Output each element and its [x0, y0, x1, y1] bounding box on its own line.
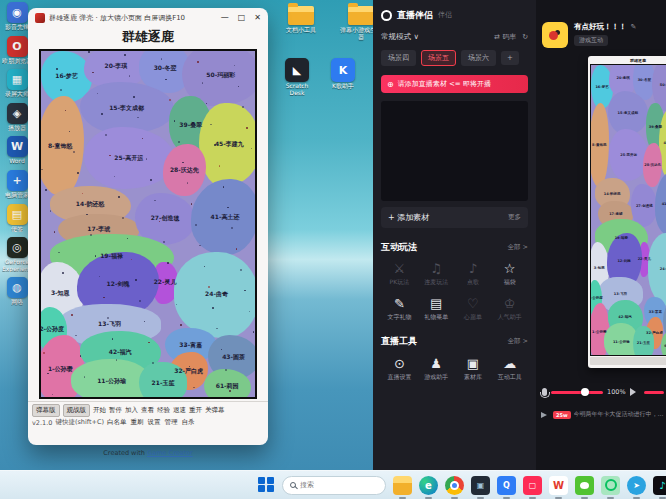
microphone-icon[interactable]: [542, 388, 547, 396]
wechat-icon[interactable]: [575, 476, 594, 495]
map-region[interactable]: 45-李建九: [199, 103, 257, 186]
region-label: 2-公孙度: [590, 296, 603, 300]
unit-dot: [88, 51, 90, 53]
refresh-icon[interactable]: ↻: [522, 33, 528, 41]
toolbar-button[interactable]: 自杀: [181, 418, 194, 427]
play-item[interactable]: ✎文字礼物: [381, 296, 418, 322]
tool-item[interactable]: ⊙直播设置: [381, 356, 418, 382]
plus-circle-icon: ⊕: [387, 80, 394, 89]
tools-section-all-link[interactable]: 全部 >: [507, 337, 528, 346]
toolbar-button[interactable]: 加入: [125, 406, 138, 415]
mini-map-region: 28-沃达先: [643, 143, 661, 187]
toolbar-button[interactable]: 管理: [164, 418, 177, 427]
unit-dot: [135, 279, 137, 281]
app-dark-icon[interactable]: ▣: [471, 476, 490, 495]
desktop-folder[interactable]: 文档小工具: [280, 6, 322, 41]
wechat-mini-icon[interactable]: [601, 476, 620, 495]
toolbar-button[interactable]: 查看: [141, 406, 154, 415]
wps-icon[interactable]: W: [549, 476, 568, 495]
edge-icon[interactable]: e: [419, 476, 438, 495]
scene-tab[interactable]: 场景五: [421, 50, 456, 66]
desktop-icon-glyph: ▤: [7, 204, 28, 225]
game-window: 群雄逐鹿 弹壳 · 放大镜小页面 白屏调换F10 — □ ✕ 群雄逐鹿 16-梦…: [28, 8, 268, 445]
scene-tab[interactable]: 场景四: [381, 50, 416, 66]
unit-dot: [253, 331, 255, 333]
speaker-icon[interactable]: [630, 388, 640, 396]
chrome-icon[interactable]: [445, 476, 464, 495]
search-input[interactable]: [300, 481, 370, 489]
map-region[interactable]: 24-曲奇: [174, 252, 257, 339]
more-button[interactable]: 更多: [508, 213, 521, 222]
material-preview-area[interactable]: [381, 101, 528, 201]
toolbar-button[interactable]: 经验: [157, 406, 170, 415]
bitrate-button[interactable]: ⇄ 码率: [494, 32, 516, 42]
play-grid: ⚔PK玩法♫连麦玩法♪点歌☆福袋✎文字礼物▤礼物菜单♡心愿单♔人气助手: [381, 261, 528, 322]
toolbar-button[interactable]: 暂停: [109, 406, 122, 415]
scene-tab[interactable]: 场景六: [461, 50, 496, 66]
start-button[interactable]: [258, 477, 275, 494]
slider-knob[interactable]: [581, 388, 589, 396]
礼物菜单-icon: ▤: [430, 296, 442, 311]
desktop: ◉影音先锋O欧朋浏览器▦录屏大师◈播放器WWord+电脑管家▤便签◎GeForc…: [0, 0, 666, 499]
play-item[interactable]: ♔人气助手: [491, 296, 528, 322]
app-blue-icon[interactable]: Q: [497, 476, 516, 495]
desktop-icon-label: K歌助手: [332, 83, 354, 90]
play-item[interactable]: ☆福袋: [491, 261, 528, 287]
edit-icon[interactable]: ✎: [631, 23, 637, 31]
play-item[interactable]: ▤礼物菜单: [418, 296, 455, 322]
live-companion-icon[interactable]: ▢: [523, 476, 542, 495]
mini-map-region: 24-曲奇: [648, 233, 666, 306]
add-scene-tab[interactable]: +: [501, 51, 519, 65]
toolbar-button[interactable]: 观战版: [63, 404, 91, 417]
region-label: 43-圆茶: [222, 353, 245, 362]
mode-select[interactable]: 常规模式 ∨: [381, 32, 419, 42]
credit-link[interactable]: Game Creator: [147, 449, 193, 457]
telegram-icon[interactable]: ➤: [627, 476, 646, 495]
map-region[interactable]: 41-高土还: [191, 179, 257, 255]
map-region[interactable]: 61-莉园: [204, 369, 251, 399]
minimize-button[interactable]: —: [221, 13, 229, 22]
map-region[interactable]: 28-沃达先: [163, 144, 206, 196]
play-item[interactable]: ♪点歌: [455, 261, 492, 287]
region-label: 11-公孙瑜: [613, 340, 630, 344]
toolbar-button[interactable]: 开始: [93, 406, 106, 415]
maximize-button[interactable]: □: [238, 13, 246, 22]
play-item-label: 点歌: [467, 278, 479, 287]
desktop-icon[interactable]: KK歌助手: [328, 58, 358, 96]
tool-item[interactable]: ♟游戏助手: [418, 356, 455, 382]
close-button[interactable]: ✕: [254, 13, 261, 22]
游戏助手-icon: ♟: [430, 356, 442, 371]
toolbar-button[interactable]: 退速: [173, 406, 186, 415]
toolbar-button[interactable]: 设置: [147, 418, 160, 427]
点歌-icon: ♪: [469, 261, 477, 276]
tool-item[interactable]: ☁互动工具: [491, 356, 528, 382]
alert-banner[interactable]: ⊕ 请添加直播素材 <= 即将开播: [381, 75, 528, 93]
toolbar-button[interactable]: 重刷: [130, 418, 143, 427]
region-label: 20-李琪: [104, 62, 127, 71]
play-item[interactable]: ♡心愿单: [455, 296, 492, 322]
game-app-icon: [35, 13, 45, 23]
play-item[interactable]: ♫连麦玩法: [418, 261, 455, 287]
toolbar-row-2: v2.1.0 键快捷(shift+C) 白名单重刷设置管理自杀: [32, 418, 264, 427]
toolbar-button[interactable]: 重开: [189, 406, 202, 415]
douyin-icon[interactable]: ♪: [653, 476, 666, 495]
map-region[interactable]: 8-童饰怒: [39, 96, 84, 196]
toolbar-button[interactable]: 关弹幕: [205, 406, 225, 415]
room-category-tag[interactable]: 游戏互动: [574, 35, 608, 46]
region-label: 17-李琥: [609, 212, 622, 216]
play-item[interactable]: ⚔PK玩法: [381, 261, 418, 287]
notice-bar[interactable]: 25w 今明两年年卡大促活动进行中，更新详情 >: [541, 410, 664, 419]
system-volume-slider[interactable]: [644, 391, 664, 394]
tool-item[interactable]: ▣素材库: [455, 356, 492, 382]
map-region[interactable]: 25-高开运: [84, 127, 174, 189]
toolbar-button[interactable]: 白名单: [107, 418, 127, 427]
game-map[interactable]: 16-梦艺20-李琪30-冬翌50-玛丽彩15-李文成都8-童饰怒39-叠翠45…: [39, 49, 257, 399]
mic-volume-slider[interactable]: [551, 391, 603, 394]
desktop-icon[interactable]: ◣Scratch Desk: [282, 58, 312, 96]
unit-dot: [208, 286, 210, 288]
play-section-all-link[interactable]: 全部 >: [507, 243, 528, 252]
search-box[interactable]: [282, 476, 386, 495]
file-explorer-icon[interactable]: [393, 476, 412, 495]
add-material-bar[interactable]: + 添加素材 更多: [381, 207, 528, 228]
toolbar-button[interactable]: 弹幕版: [32, 404, 60, 417]
